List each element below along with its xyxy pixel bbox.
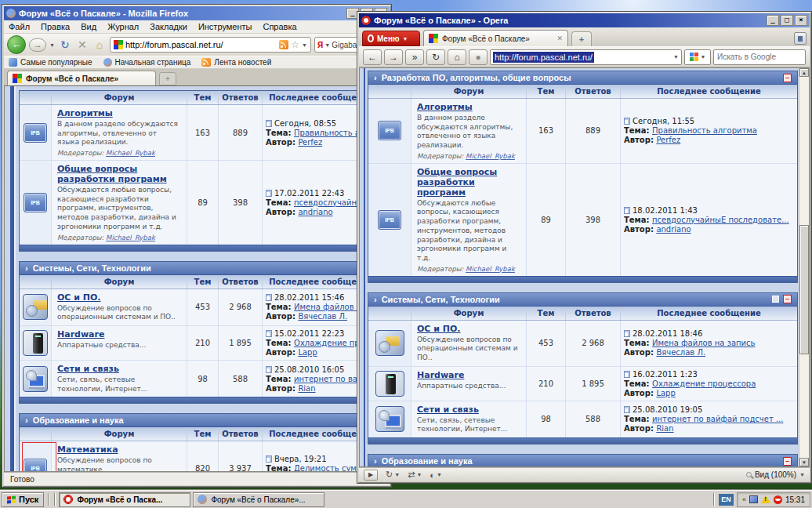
category-header[interactable]: ›Образование и наука–	[368, 455, 797, 466]
last-author-link[interactable]: Вячеслав Л.	[656, 348, 705, 357]
unite-icon[interactable]: ⇄ ▼	[408, 470, 422, 480]
globe-icon[interactable]: ●	[469, 49, 488, 65]
collapse-section-icon[interactable]: –	[783, 457, 792, 466]
tab-close-icon[interactable]: ✕	[556, 34, 563, 42]
back-button[interactable]: ←	[7, 35, 26, 54]
moderator-link[interactable]: Michael_Rybak	[106, 149, 155, 157]
stop-button[interactable]: ✕	[75, 38, 89, 51]
back-button[interactable]: ←	[363, 49, 382, 65]
close-button[interactable]: ×	[795, 15, 807, 26]
forum-link[interactable]: Общие вопросы разработки программ	[417, 167, 520, 198]
restore-section-icon[interactable]	[772, 296, 779, 303]
new-tab-button[interactable]: +	[159, 72, 176, 85]
reload-button[interactable]: ↻	[58, 38, 72, 51]
home-button[interactable]: ⌂	[92, 38, 107, 51]
menu-history[interactable]: Журнал	[107, 22, 139, 31]
forum-link[interactable]: ОС и ПО.	[417, 324, 461, 334]
last-author-link[interactable]: Rian	[656, 424, 673, 433]
menu-edit[interactable]: Правка	[41, 22, 70, 31]
network-tray-icon[interactable]	[749, 495, 758, 503]
turbo-globe-icon[interactable]: ◐ ▼	[430, 470, 442, 480]
scroll-up-icon[interactable]: ▲	[799, 68, 809, 77]
scrollbar-thumb[interactable]	[799, 225, 809, 354]
maximize-button[interactable]: □	[781, 15, 793, 26]
category-header[interactable]: ›Разработка ПО, алгоритмы, общие вопросы…	[368, 71, 797, 85]
search-box[interactable]	[713, 49, 806, 65]
address-bar[interactable]: ☆ ▼	[110, 37, 311, 53]
bookmark-most-popular[interactable]: Самые популярные	[9, 58, 92, 67]
rss-icon[interactable]	[279, 40, 288, 49]
forum-link[interactable]: Hardware	[417, 370, 464, 380]
language-indicator[interactable]: EN	[719, 494, 734, 506]
search-engine-dropdown-icon[interactable]: ▼	[324, 42, 330, 48]
last-topic-link[interactable]: интернет по вайфай подсчет ...	[652, 415, 783, 423]
opera-titlebar[interactable]: Форум «Всё о Паскале» - Opera _ □ ×	[359, 13, 810, 27]
forum-link[interactable]: Алгоритмы	[57, 108, 113, 118]
last-topic-link[interactable]: псевдослучайныЕ последовате...	[652, 216, 789, 224]
category-header[interactable]: ›Образование и наука	[20, 414, 379, 427]
last-author-link[interactable]: Perfez	[656, 136, 680, 144]
new-tab-button[interactable]: +	[571, 31, 592, 46]
taskbar-button-opera[interactable]: Форум «Всё о Паска...	[59, 492, 190, 507]
moderator-link[interactable]: Michael_Rybak	[106, 234, 155, 241]
last-topic-link[interactable]: Охлаждение процессора	[652, 379, 756, 388]
last-author-link[interactable]: Вячеслав Л.	[298, 312, 347, 321]
last-topic-link[interactable]: Правильность алгоритма	[652, 126, 757, 135]
url-dropdown-icon[interactable]: ▼	[673, 54, 679, 60]
forum-link[interactable]: Сети и связь	[57, 364, 119, 374]
forum-link[interactable]: Hardware	[57, 329, 104, 339]
panel-toggle-button[interactable]: ▶	[364, 470, 378, 481]
reload-button[interactable]: ↻	[426, 49, 445, 65]
url-input[interactable]	[125, 40, 277, 49]
tab-forum-pascal[interactable]: Форум «Всё о Паскале» ✕	[423, 30, 568, 46]
forum-link[interactable]: Математика	[57, 444, 118, 455]
panels-icon[interactable]	[794, 32, 807, 45]
opera-scrollbar[interactable]: ▲ ▼	[799, 68, 809, 466]
last-topic-link[interactable]: Имена файлов на запись	[652, 339, 756, 347]
forward-button[interactable]: →	[29, 38, 46, 52]
scroll-down-icon[interactable]: ▼	[799, 458, 809, 466]
opera-menu-button[interactable]: Меню ▼	[362, 31, 420, 46]
minimize-button[interactable]: _	[767, 15, 779, 26]
bookmark-home-page[interactable]: Начальная страница	[103, 58, 191, 67]
moderator-link[interactable]: Michael_Rybak	[466, 152, 515, 160]
url-selected-text[interactable]: http://forum.pascal.net.ru/	[493, 52, 594, 63]
menu-bookmarks[interactable]: Закладки	[150, 22, 187, 31]
moderator-link[interactable]: Michael_Rybak	[466, 265, 515, 273]
menu-help[interactable]: Справка	[263, 22, 296, 31]
category-header[interactable]: ›Системы, Сети, Технологии–	[368, 293, 797, 307]
forward-button[interactable]: →	[384, 49, 403, 65]
address-bar[interactable]: http://forum.pascal.net.ru/ ▼	[490, 49, 682, 65]
home-button[interactable]: ⌂	[448, 49, 466, 65]
fast-forward-button[interactable]: »	[405, 49, 424, 65]
sync-icon[interactable]: ↻ ▼	[386, 470, 400, 480]
bookmark-news-feed[interactable]: Лента новостей	[201, 58, 271, 67]
bookmark-star-icon[interactable]: ☆	[291, 39, 299, 50]
search-engine-selector[interactable]: ▼	[684, 49, 711, 65]
collapse-section-icon[interactable]: –	[783, 295, 792, 303]
url-dropdown-icon[interactable]: ▼	[302, 42, 307, 48]
forum-link[interactable]: Алгоритмы	[417, 102, 473, 112]
menu-file[interactable]: Файл	[9, 22, 30, 31]
last-author-link[interactable]: Lapp	[656, 389, 675, 397]
menu-tools[interactable]: Инструменты	[198, 22, 252, 31]
tray-collapse-icon[interactable]: «	[742, 495, 746, 503]
forum-link[interactable]: ОС и ПО.	[57, 292, 101, 303]
forum-link[interactable]: Общие вопросы разработки программ	[57, 164, 181, 184]
last-author-link[interactable]: Rian	[298, 384, 315, 393]
zoom-control[interactable]: Вид (100%) ▼	[746, 470, 805, 479]
tab-forum-pascal[interactable]: Форум «Всё о Паскале»	[7, 71, 156, 85]
last-author-link[interactable]: andriano	[298, 208, 332, 216]
last-author-link[interactable]: Lapp	[298, 348, 317, 357]
antivirus-tray-icon[interactable]	[774, 495, 782, 504]
menu-view[interactable]: Вид	[81, 22, 96, 31]
collapse-section-icon[interactable]: –	[783, 74, 792, 82]
warning-tray-icon[interactable]	[761, 495, 770, 503]
firefox-titlebar[interactable]: Форум «Всё о Паскале» - Mozilla Firefox …	[4, 6, 390, 20]
history-dropdown-icon[interactable]: ▼	[49, 42, 55, 48]
last-author-link[interactable]: Perfez	[298, 138, 322, 147]
taskbar-button-firefox[interactable]: Форум «Всё о Паскале»...	[193, 492, 324, 507]
start-button[interactable]: Пуск	[2, 492, 44, 507]
search-input[interactable]	[717, 53, 812, 61]
forum-link[interactable]: Сети и связь	[417, 405, 479, 415]
